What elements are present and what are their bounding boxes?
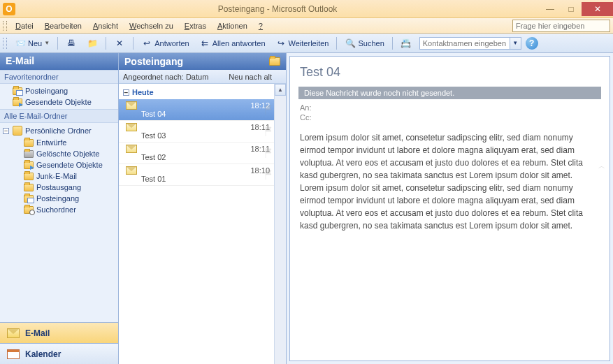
new-button-label: Neu <box>28 39 42 48</box>
reply-button-label: Antworten <box>154 39 189 48</box>
folder-item[interactable]: Gesendete Objekte <box>0 159 118 170</box>
separator <box>392 37 393 50</box>
reply-all-button[interactable]: ⇇ Allen antworten <box>194 36 271 51</box>
menu-actions[interactable]: Aktionen <box>212 20 253 31</box>
cc-field: Cc: <box>300 113 600 122</box>
reply-icon: ↩ <box>141 38 152 49</box>
folder-item[interactable]: Entwürfe <box>0 137 118 148</box>
folder-label: Entwürfe <box>36 138 66 147</box>
toolbar-grip[interactable] <box>3 38 7 49</box>
contact-search-input[interactable] <box>419 37 510 50</box>
menu-view[interactable]: Ansicht <box>87 20 124 31</box>
new-button[interactable]: 📨 Neu ▼ <box>10 36 55 51</box>
message-item[interactable]: 18:10 Test 01 <box>119 164 274 186</box>
forward-button[interactable]: ↪ Weiterleiten <box>271 36 334 51</box>
forward-icon: ↪ <box>275 38 287 49</box>
nav-button-mail[interactable]: E-Mail <box>0 322 118 343</box>
minimize-button[interactable]: — <box>540 2 561 16</box>
flag-icon[interactable] <box>264 126 273 136</box>
folder-icon <box>24 184 34 191</box>
collapse-icon[interactable]: − <box>3 128 9 134</box>
message-item[interactable]: 18:12 Test 04 <box>119 99 274 121</box>
menu-edit[interactable]: Bearbeiten <box>39 20 87 31</box>
message-subject: Test 01 <box>126 175 270 183</box>
menu-tools[interactable]: Extras <box>179 20 212 31</box>
flag-icon[interactable] <box>264 105 273 115</box>
separator <box>106 37 106 50</box>
to-field: An: <box>300 103 600 112</box>
message-item[interactable]: 18:11 Test 03 <box>119 121 274 143</box>
maximize-button[interactable]: □ <box>561 2 582 16</box>
folder-item[interactable]: Suchordner <box>0 204 118 215</box>
envelope-icon <box>126 145 137 153</box>
folder-label: Suchordner <box>36 205 76 214</box>
personal-folders-icon <box>13 126 22 136</box>
address-book-icon: 📇 <box>401 38 412 49</box>
folder-item[interactable]: Junk-E-Mail <box>0 170 118 182</box>
folder-item[interactable]: Postausgang <box>0 182 118 193</box>
reply-all-button-label: Allen antworten <box>212 39 266 48</box>
message-item[interactable]: 18:11 Test 02 <box>119 143 274 164</box>
menu-help[interactable]: ? <box>253 20 268 31</box>
flag-icon[interactable] <box>264 148 273 158</box>
message-subject: Test 02 <box>126 153 270 161</box>
folder-label: Gesendete Objekte <box>25 98 92 106</box>
folder-item[interactable]: Gelöschte Objekte <box>0 148 118 159</box>
folder-icon <box>24 206 34 214</box>
message-list-header: Posteingang <box>119 53 286 70</box>
folder-icon <box>24 139 34 147</box>
folder-icon <box>13 99 22 106</box>
close-button[interactable]: ✕ <box>582 2 613 16</box>
delete-button[interactable]: ✕ <box>109 36 130 51</box>
search-icon: 🔍 <box>345 38 356 49</box>
collapse-icon[interactable]: − <box>123 89 129 96</box>
folder-icon <box>13 87 22 95</box>
message-notice: Diese Nachricht wurde noch nicht gesende… <box>298 87 601 99</box>
favorites-label[interactable]: Favoritenordner <box>0 70 118 84</box>
folder-label: Posteingang <box>25 87 68 95</box>
root-folder[interactable]: − Persönliche Ordner <box>0 124 118 137</box>
contact-search: ▼ <box>419 37 521 50</box>
reply-button[interactable]: ↩ Antworten <box>136 36 194 51</box>
message-body: Lorem ipsum dolor sit amet, consetetur s… <box>300 131 600 232</box>
menubar-grip[interactable] <box>3 21 7 31</box>
date-group-header[interactable]: − Heute <box>119 84 286 99</box>
message-list-title: Posteingang <box>124 56 183 67</box>
sort-order-button[interactable]: Neu nach alt <box>229 73 282 81</box>
move-button[interactable]: 📁 <box>82 36 103 51</box>
address-book-button[interactable]: 📇 <box>396 36 417 51</box>
all-folders-list: − Persönliche Ordner EntwürfeGelöschte O… <box>0 123 118 217</box>
message-subject: Test 03 <box>126 131 270 140</box>
search-button[interactable]: 🔍 Suchen <box>340 36 389 51</box>
envelope-icon <box>126 123 137 131</box>
scrollbar[interactable]: ▲ <box>274 84 286 364</box>
move-to-folder-icon: 📁 <box>87 38 98 49</box>
forward-button-label: Weiterleiten <box>289 39 329 48</box>
nav-button-calendar-label: Kalender <box>25 349 61 359</box>
reading-pane: Test 04 Diese Nachricht wurde noch nicht… <box>287 53 613 364</box>
message-list: − Heute 18:12 Test 04 18:11 Test 03 18:1… <box>119 84 286 364</box>
contact-search-dropdown[interactable]: ▼ <box>510 37 521 50</box>
nav-button-calendar[interactable]: Kalender <box>0 343 118 364</box>
favorite-folder-inbox[interactable]: Posteingang <box>0 85 118 96</box>
folder-item[interactable]: Posteingang <box>0 193 118 204</box>
print-button[interactable]: 🖶 <box>61 36 82 51</box>
help-search-input[interactable] <box>512 20 610 32</box>
mail-icon <box>7 328 20 338</box>
message-list-pane: Posteingang Angeordnet nach: Datum Neu n… <box>119 53 287 364</box>
arrange-by-button[interactable]: Angeordnet nach: Datum <box>123 73 229 81</box>
scroll-hint-icon: ︿ <box>598 161 605 171</box>
menu-go[interactable]: Wechseln zu <box>124 20 179 31</box>
scroll-up-button[interactable]: ▲ <box>275 84 286 96</box>
help-search-box <box>512 20 610 32</box>
nav-header: E-Mail <box>0 53 118 70</box>
reading-content: Test 04 Diese Nachricht wurde noch nicht… <box>289 56 610 361</box>
favorite-folder-sent[interactable]: Gesendete Objekte <box>0 96 118 108</box>
menu-file[interactable]: Datei <box>10 20 39 31</box>
all-folders-label[interactable]: Alle E-Mail-Ordner <box>0 109 118 123</box>
flag-icon[interactable] <box>264 170 273 180</box>
help-button[interactable]: ? <box>526 37 538 50</box>
toolbar: 📨 Neu ▼ 🖶 📁 ✕ ↩ Antworten ⇇ Allen antwor… <box>0 34 613 53</box>
navigation-pane: E-Mail Favoritenordner PosteingangGesend… <box>0 53 119 364</box>
search-button-label: Suchen <box>358 39 384 48</box>
